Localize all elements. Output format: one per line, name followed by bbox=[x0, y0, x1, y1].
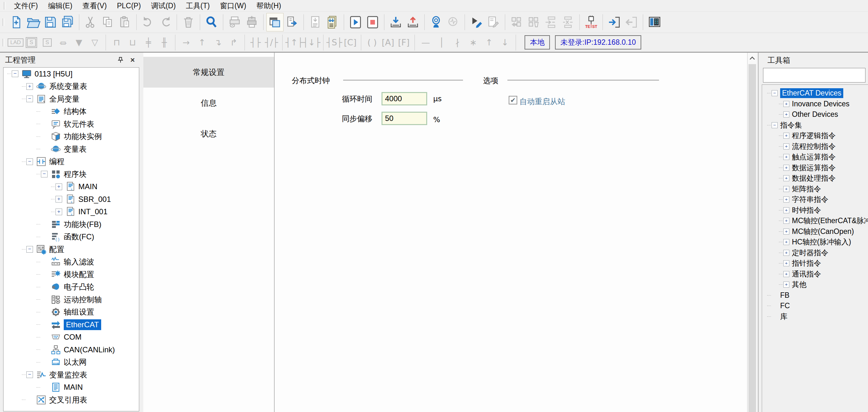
expand-icon[interactable]: + bbox=[783, 250, 789, 256]
instruction-f-button[interactable]: [F] bbox=[396, 35, 412, 50]
toolbox-item--[interactable]: +触点运算指令 bbox=[762, 152, 868, 163]
toolbox-item-other-devices[interactable]: +Other Devices bbox=[762, 109, 868, 120]
sync-offset-input[interactable] bbox=[381, 112, 427, 125]
wire-up-turn-button[interactable]: ↱ bbox=[226, 35, 242, 50]
pin-icon[interactable] bbox=[116, 55, 125, 65]
project-tree-item--[interactable]: −变量监控表 bbox=[3, 369, 139, 381]
contact-falling-button[interactable]: ┤↓├ bbox=[303, 35, 320, 50]
ladder-toolbar-grip[interactable] bbox=[3, 39, 4, 46]
login-button[interactable] bbox=[606, 13, 623, 31]
logout-button[interactable] bbox=[623, 13, 640, 31]
device-view-button[interactable] bbox=[646, 13, 663, 31]
project-tree-item--[interactable]: −软元件表 bbox=[3, 118, 139, 130]
cursor-solid-button[interactable]: ▼ bbox=[71, 35, 87, 50]
login-status-button[interactable]: 未登录:IP:192.168.0.10 bbox=[555, 35, 641, 50]
stop-button[interactable] bbox=[364, 13, 381, 31]
monitor-button[interactable] bbox=[428, 13, 445, 31]
toolbox-item-ethercat-devices[interactable]: −EtherCAT Devices bbox=[762, 88, 868, 99]
project-tree-item--[interactable]: −全局变量 bbox=[3, 93, 139, 106]
run-button[interactable] bbox=[347, 13, 364, 31]
module-config-button[interactable] bbox=[508, 13, 525, 31]
project-tree-item--[interactable]: −模块配置 bbox=[3, 268, 139, 281]
project-tree-item--fb-[interactable]: −功能块(FB) bbox=[3, 218, 139, 231]
project-tree-item--[interactable]: −编程 bbox=[3, 155, 139, 168]
project-tree-item-main[interactable]: +sMAIN bbox=[3, 181, 139, 193]
compile-button[interactable] bbox=[307, 13, 324, 31]
collapse-icon[interactable]: − bbox=[12, 70, 19, 77]
cut-button[interactable] bbox=[82, 13, 99, 31]
project-tree-item--[interactable]: −运动控制轴 bbox=[3, 293, 139, 306]
collapse-icon[interactable]: − bbox=[26, 246, 33, 253]
settings-tab-2[interactable]: 信息 bbox=[143, 88, 274, 118]
instruction-c-button[interactable]: [C] bbox=[342, 35, 358, 50]
menu-item-6[interactable]: 工具(T) bbox=[181, 0, 215, 11]
project-window-button[interactable] bbox=[267, 13, 283, 31]
expand-icon[interactable]: + bbox=[783, 229, 789, 235]
expand-icon[interactable]: + bbox=[56, 209, 62, 215]
project-tree-item-int-001[interactable]: +sINT_001 bbox=[3, 206, 139, 218]
menu-item-7[interactable]: 窗口(W) bbox=[215, 0, 251, 11]
expand-icon[interactable]: + bbox=[56, 183, 62, 190]
scrollbar-thumb[interactable] bbox=[748, 64, 756, 412]
project-tree-item--[interactable]: −以太网 bbox=[3, 356, 139, 369]
save-button[interactable] bbox=[42, 13, 59, 31]
project-tree-item-can-canlink-[interactable]: −CAN(CANLink) bbox=[3, 344, 139, 356]
collapse-icon[interactable]: − bbox=[41, 171, 48, 177]
sfc-initial-step-button[interactable]: S bbox=[24, 35, 39, 50]
line-horizontal-button[interactable]: — bbox=[418, 35, 434, 50]
save-all-button[interactable] bbox=[59, 13, 76, 31]
wire-right-button[interactable]: → bbox=[178, 35, 194, 50]
expand-icon[interactable]: + bbox=[783, 133, 789, 139]
new-project-button[interactable] bbox=[8, 13, 25, 31]
contact-rising-button[interactable]: ┤↑├ bbox=[285, 35, 303, 50]
branch-open-button[interactable]: ⊓ bbox=[109, 35, 125, 50]
print-button[interactable] bbox=[226, 13, 243, 31]
trace-button[interactable] bbox=[445, 13, 462, 31]
online-edit-button[interactable] bbox=[468, 13, 485, 31]
undo-button[interactable] bbox=[140, 13, 157, 31]
line-delete-button[interactable]: ∤ bbox=[450, 35, 465, 50]
line-down-button[interactable]: ↓ bbox=[497, 35, 513, 50]
print-setup-button[interactable] bbox=[243, 13, 260, 31]
expand-icon[interactable]: + bbox=[783, 144, 789, 149]
project-tree-item--[interactable]: −交叉引用表 bbox=[3, 393, 139, 406]
expand-icon[interactable]: + bbox=[783, 154, 789, 160]
project-tree-item--[interactable]: +系统变量表 bbox=[3, 80, 139, 93]
toolbox-item--[interactable]: +时钟指令 bbox=[762, 205, 868, 216]
expand-icon[interactable]: + bbox=[783, 175, 789, 181]
project-tree-item--[interactable]: −结构体 bbox=[3, 106, 139, 118]
contact-no-button[interactable]: ┤├ bbox=[248, 35, 264, 50]
module-delete-button[interactable] bbox=[525, 13, 542, 31]
project-tree-item--[interactable]: −变量表 bbox=[3, 143, 139, 155]
expand-icon[interactable]: + bbox=[783, 282, 789, 288]
insert-contact-button[interactable]: ⏛ bbox=[55, 35, 71, 50]
project-tree-item-com[interactable]: −COM bbox=[3, 331, 139, 344]
open-project-button[interactable] bbox=[25, 13, 42, 31]
content-scrollbar[interactable] bbox=[747, 53, 757, 412]
toolbox-item--[interactable]: +程序逻辑指令 bbox=[762, 130, 868, 141]
expand-icon[interactable]: + bbox=[26, 83, 33, 90]
toolbox-item--[interactable]: +定时器指令 bbox=[762, 247, 868, 258]
instruction-a-button[interactable]: [A] bbox=[380, 35, 396, 50]
coil-button[interactable]: ( ) bbox=[364, 35, 380, 50]
contact-set-button[interactable]: ┤S├ bbox=[326, 35, 342, 50]
line-star-button[interactable]: ∗ bbox=[465, 35, 481, 50]
delete-network-button[interactable] bbox=[559, 13, 577, 31]
toolbox-item-fb[interactable]: −FB bbox=[762, 290, 868, 301]
close-icon[interactable]: × bbox=[128, 55, 137, 65]
toolbox-item--[interactable]: +流程控制指令 bbox=[762, 141, 868, 152]
project-tree-item--[interactable]: −程序块 bbox=[3, 168, 139, 181]
edit-button[interactable] bbox=[485, 13, 502, 31]
contact-nc-button[interactable]: ┤/├ bbox=[264, 35, 279, 50]
expand-icon[interactable]: + bbox=[783, 165, 789, 171]
insert-network-button[interactable] bbox=[542, 13, 559, 31]
menu-item-4[interactable]: PLC(P) bbox=[112, 0, 146, 11]
collapse-icon[interactable]: − bbox=[26, 158, 33, 165]
lad-editor-button[interactable]: LAD bbox=[8, 35, 24, 50]
usb-test-button[interactable]: TEST bbox=[583, 13, 600, 31]
expand-icon[interactable]: + bbox=[783, 207, 789, 213]
export-button[interactable] bbox=[283, 13, 301, 31]
expand-icon[interactable]: + bbox=[783, 111, 789, 117]
settings-tab-3[interactable]: 状态 bbox=[143, 118, 274, 149]
cycle-time-input[interactable] bbox=[381, 92, 427, 106]
